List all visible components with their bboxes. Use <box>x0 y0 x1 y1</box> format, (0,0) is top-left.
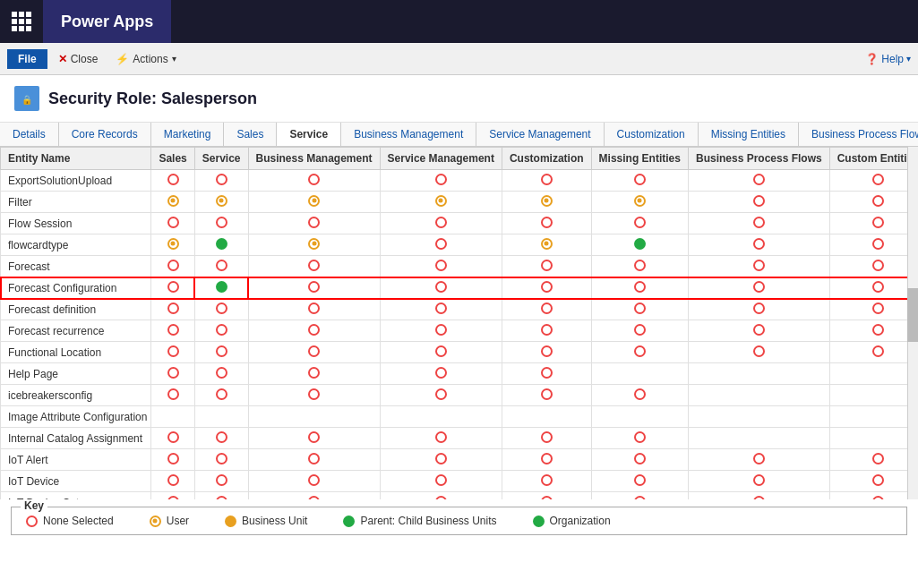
circle-none[interactable] <box>216 367 227 379</box>
circle-none[interactable] <box>634 431 646 443</box>
circle-none[interactable] <box>872 345 884 357</box>
permission-cell[interactable] <box>502 471 591 492</box>
circle-none[interactable] <box>634 496 646 500</box>
circle-none[interactable] <box>167 281 179 293</box>
circle-none[interactable] <box>308 474 320 486</box>
permission-cell[interactable] <box>380 192 502 213</box>
circle-none[interactable] <box>435 174 447 185</box>
circle-none[interactable] <box>753 260 765 271</box>
permission-cell[interactable] <box>380 449 502 471</box>
circle-none[interactable] <box>435 453 447 464</box>
circle-none[interactable] <box>308 217 320 228</box>
vertical-scrollbar[interactable] <box>907 147 918 499</box>
data-table-wrapper[interactable]: Entity NameSalesServiceBusiness Manageme… <box>0 147 907 499</box>
circle-none[interactable] <box>435 474 447 486</box>
permission-cell[interactable] <box>151 320 194 342</box>
circle-user[interactable] <box>308 238 320 250</box>
circle-user[interactable] <box>167 195 179 207</box>
permission-cell[interactable] <box>248 256 380 277</box>
permission-cell[interactable] <box>502 170 591 192</box>
permission-cell[interactable] <box>688 234 829 256</box>
circle-none[interactable] <box>308 260 320 271</box>
actions-button[interactable]: ⚡ Actions ▾ <box>108 50 183 68</box>
tab-customization[interactable]: Customization <box>605 123 699 146</box>
permission-cell[interactable] <box>688 342 829 363</box>
circle-none[interactable] <box>753 474 765 486</box>
permission-cell[interactable] <box>151 277 194 299</box>
permission-cell[interactable] <box>151 492 194 500</box>
circle-none[interactable] <box>435 388 447 400</box>
permission-cell[interactable] <box>248 449 380 471</box>
circle-none[interactable] <box>167 303 179 314</box>
circle-none[interactable] <box>216 345 227 357</box>
permission-cell[interactable] <box>502 234 591 256</box>
permission-cell[interactable] <box>248 170 380 192</box>
permission-cell[interactable] <box>829 213 907 234</box>
permission-cell[interactable] <box>591 428 688 449</box>
circle-none[interactable] <box>541 345 553 357</box>
circle-none[interactable] <box>872 496 884 500</box>
permission-cell[interactable] <box>380 170 502 192</box>
circle-none[interactable] <box>435 217 447 228</box>
circle-none[interactable] <box>541 474 553 486</box>
circle-none[interactable] <box>167 367 179 379</box>
permission-cell[interactable] <box>194 471 248 492</box>
circle-none[interactable] <box>435 303 447 314</box>
permission-cell[interactable] <box>829 256 907 277</box>
permission-cell[interactable] <box>502 320 591 342</box>
permission-cell[interactable] <box>591 170 688 192</box>
permission-cell[interactable] <box>591 277 688 299</box>
permission-cell[interactable] <box>502 256 591 277</box>
circle-user[interactable] <box>435 195 447 207</box>
circle-none[interactable] <box>435 260 447 271</box>
tab-marketing[interactable]: Marketing <box>151 123 225 146</box>
tab-core-records[interactable]: Core Records <box>59 123 151 146</box>
permission-cell[interactable] <box>688 256 829 277</box>
circle-none[interactable] <box>634 324 646 336</box>
circle-user[interactable] <box>541 195 553 207</box>
circle-none[interactable] <box>634 474 646 486</box>
circle-none[interactable] <box>872 195 884 207</box>
permission-cell[interactable] <box>194 277 248 299</box>
permission-cell[interactable] <box>248 320 380 342</box>
permission-cell[interactable] <box>591 213 688 234</box>
circle-none[interactable] <box>216 474 227 486</box>
permission-cell[interactable] <box>829 277 907 299</box>
permission-cell[interactable] <box>829 320 907 342</box>
permission-cell[interactable] <box>248 363 380 385</box>
circle-none[interactable] <box>216 303 227 314</box>
permission-cell[interactable] <box>380 471 502 492</box>
permission-cell[interactable] <box>151 170 194 192</box>
permission-cell[interactable] <box>502 363 591 385</box>
permission-cell[interactable] <box>688 213 829 234</box>
circle-org[interactable] <box>634 238 646 250</box>
circle-none[interactable] <box>167 345 179 357</box>
circle-none[interactable] <box>216 496 227 500</box>
circle-none[interactable] <box>216 174 227 185</box>
circle-none[interactable] <box>308 281 320 293</box>
permission-cell[interactable] <box>380 428 502 449</box>
permission-cell[interactable] <box>248 428 380 449</box>
circle-none[interactable] <box>872 174 884 185</box>
permission-cell[interactable] <box>829 492 907 500</box>
permission-cell[interactable] <box>591 320 688 342</box>
permission-cell[interactable] <box>502 213 591 234</box>
permission-cell[interactable] <box>248 492 380 500</box>
permission-cell[interactable] <box>688 277 829 299</box>
permission-cell[interactable] <box>248 213 380 234</box>
permission-cell[interactable] <box>380 299 502 320</box>
circle-none[interactable] <box>634 174 646 185</box>
circle-none[interactable] <box>753 303 765 314</box>
circle-none[interactable] <box>541 496 553 500</box>
permission-cell[interactable] <box>380 320 502 342</box>
permission-cell[interactable] <box>502 192 591 213</box>
circle-none[interactable] <box>435 367 447 379</box>
permission-cell[interactable] <box>248 277 380 299</box>
circle-none[interactable] <box>634 217 646 228</box>
circle-none[interactable] <box>216 324 227 336</box>
permission-cell[interactable] <box>591 449 688 471</box>
circle-none[interactable] <box>872 281 884 293</box>
circle-none[interactable] <box>167 474 179 486</box>
circle-none[interactable] <box>753 195 765 207</box>
permission-cell[interactable] <box>151 192 194 213</box>
